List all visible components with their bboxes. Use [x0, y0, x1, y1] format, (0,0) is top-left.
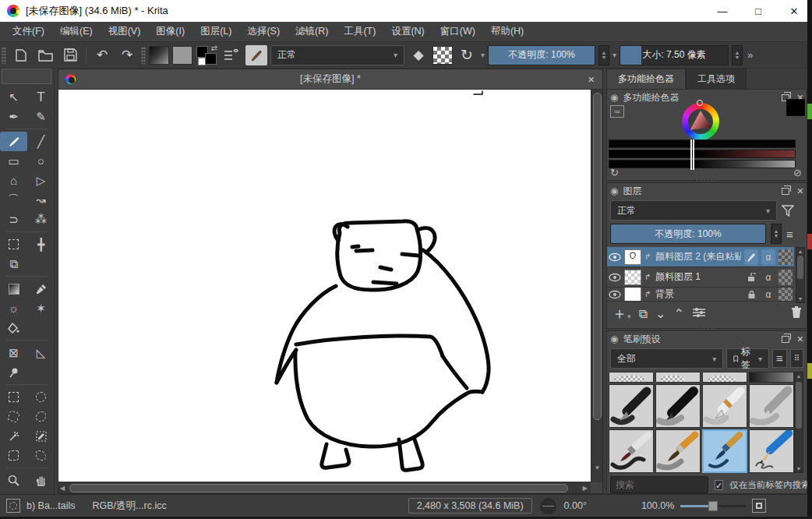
swap-colors-icon[interactable]: ⇄ [211, 44, 217, 52]
fit-zoom-button[interactable] [752, 499, 766, 513]
eraser-mode-button[interactable]: ◆ [408, 45, 429, 65]
toolbar-grip-2[interactable] [141, 47, 146, 64]
new-document-button[interactable] [9, 45, 31, 65]
toolbar-grip[interactable] [2, 47, 6, 64]
scrollbar-thumb[interactable] [593, 93, 602, 420]
chevron-down-icon[interactable]: ▾ [481, 51, 485, 59]
alpha-icon[interactable]: α [761, 288, 775, 302]
close-docker-icon[interactable]: × [797, 334, 803, 344]
brush-settings-button[interactable] [221, 45, 242, 65]
scroll-up-icon[interactable]: ▲ [795, 373, 803, 379]
color-wheel[interactable] [682, 103, 719, 140]
size-slider[interactable]: 大小: 7.50 像素 [620, 45, 729, 65]
delete-layer-button[interactable] [791, 306, 802, 322]
tool-calligraphy[interactable]: ✎ [27, 107, 55, 126]
tool-contiguous-select[interactable] [27, 426, 55, 446]
tool-polyline[interactable]: ▷ [27, 171, 55, 190]
inherit-alpha-icon[interactable] [778, 288, 793, 302]
menu-layer[interactable]: 图层(L) [192, 22, 239, 41]
hue-marker[interactable] [697, 100, 703, 106]
alpha-icon[interactable]: α [761, 270, 775, 285]
zoom-slider[interactable] [680, 505, 746, 507]
unlock-icon[interactable] [744, 270, 758, 285]
close-docker-icon[interactable]: × [797, 186, 803, 196]
toolbar-overflow-button[interactable]: » [747, 49, 753, 61]
scrollbar-thumb[interactable] [797, 256, 803, 279]
menu-window[interactable]: 窗口(W) [432, 22, 483, 41]
brush-filter-dropdown[interactable]: 全部 ▾ [610, 348, 723, 369]
tool-rect-select[interactable] [0, 387, 27, 407]
maximize-button[interactable]: □ [740, 0, 776, 22]
menu-help[interactable]: 帮助(H) [483, 22, 531, 41]
tag-button[interactable]: 标签 ▾ [726, 348, 769, 369]
tool-freehand-select[interactable] [27, 407, 55, 426]
size-spinner[interactable]: ▲▼ [732, 45, 743, 65]
tool-bezier-curve[interactable]: ⌒ [0, 190, 27, 210]
brush-preset-marker[interactable] [655, 384, 701, 428]
docker-lock-icon[interactable]: ◉ [610, 92, 618, 103]
opacity-slider[interactable]: 不透明度: 100% [488, 45, 595, 65]
scroll-up-icon[interactable]: ▲ [796, 249, 804, 254]
move-layer-down-button[interactable]: ⌄ [655, 306, 665, 321]
minimize-button[interactable]: — [704, 0, 740, 22]
layer-row[interactable]: ↱ 颜料图层 1 α [607, 267, 794, 288]
canvas-rotation-dial[interactable] [540, 498, 556, 514]
color-bar-value[interactable] [609, 160, 796, 168]
tool-measure[interactable]: ⊠ [0, 343, 27, 362]
opacity-spinner[interactable]: ▲▼ [598, 45, 609, 65]
canvas[interactable] [58, 90, 591, 482]
menu-select[interactable]: 选择(S) [239, 22, 288, 41]
add-layer-button[interactable]: ＋▾ [612, 303, 631, 324]
menu-view[interactable]: 视图(V) [101, 22, 149, 41]
brush-preset-white-pen[interactable] [702, 384, 747, 428]
scrollbar-thumb[interactable] [796, 382, 802, 429]
brush-preset-silver-pen[interactable] [749, 384, 794, 428]
brush-preset-watercolor-selected[interactable] [702, 429, 747, 473]
foreground-background-colors[interactable]: ⇄ [196, 45, 217, 65]
menu-filter[interactable]: 滤镜(R) [288, 22, 336, 41]
color-bar-saturation[interactable] [609, 150, 796, 158]
alpha-icon[interactable]: α [761, 249, 775, 265]
scroll-down-icon[interactable]: ▼ [796, 296, 804, 302]
current-color-swatch[interactable] [786, 99, 805, 116]
lock-icon[interactable] [744, 288, 758, 302]
tool-polygon[interactable]: ⌂ [0, 171, 27, 190]
layer-opacity-slider[interactable]: 不透明度: 100% [610, 224, 766, 244]
tool-multibrush[interactable]: ⁂ [27, 210, 55, 229]
tool-move[interactable]: ╋ [27, 235, 55, 254]
tool-gradient[interactable] [0, 279, 27, 298]
layer-style-icon[interactable] [744, 249, 758, 265]
chevron-down-icon[interactable]: ▾ [613, 51, 616, 59]
selection-mode-icon[interactable] [6, 499, 20, 513]
layer-properties-button[interactable] [692, 307, 706, 321]
tool-line[interactable]: ╱ [27, 132, 55, 151]
tab-color-selector[interactable]: 多功能拾色器 [606, 69, 686, 89]
canvas-vertical-scrollbar[interactable]: ▼ [591, 90, 602, 482]
tool-edit-shapes[interactable]: ✒ [0, 107, 27, 126]
zoom-slider-thumb[interactable] [708, 501, 718, 511]
tool-magnetic-select[interactable] [27, 446, 55, 465]
tool-assistants[interactable]: ◺ [27, 343, 55, 362]
bar-marker[interactable] [690, 160, 694, 170]
float-docker-icon[interactable] [782, 188, 789, 195]
tool-freehand-brush[interactable] [0, 132, 27, 151]
layer-options-menu-icon[interactable]: ≡ [786, 228, 793, 241]
tool-color-sampler[interactable] [27, 279, 55, 298]
scroll-right-icon[interactable]: ▶ [583, 483, 588, 493]
docker-lock-icon[interactable]: ◉ [610, 334, 618, 344]
scroll-down-icon[interactable]: ▼ [591, 464, 603, 471]
canvas-horizontal-scrollbar[interactable]: ◀ ▶ [58, 482, 591, 493]
visibility-eye-icon[interactable] [609, 251, 621, 263]
brush-preset-paintbrush[interactable] [609, 429, 654, 473]
tool-colorize-mask[interactable]: ☼ [0, 298, 27, 318]
tool-freehand-path[interactable]: ↝ [27, 190, 55, 210]
color-bar-hue[interactable] [609, 139, 796, 148]
no-color-icon[interactable]: ⊘ [793, 167, 802, 178]
docker-lock-icon[interactable]: ◉ [610, 185, 618, 196]
background-color[interactable] [205, 53, 217, 65]
subwindow-titlebar[interactable]: [未保存图像] * × [58, 69, 602, 90]
brush-preset-wet-brush[interactable] [655, 429, 701, 473]
tool-text[interactable]: T [27, 87, 55, 107]
tool-dynamic-brush[interactable]: ⊃ [0, 210, 27, 229]
save-button[interactable] [59, 45, 81, 65]
